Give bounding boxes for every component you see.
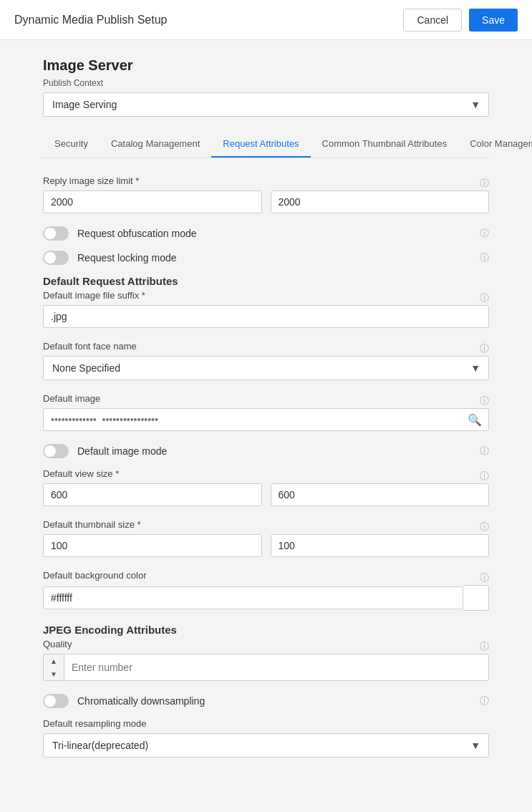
request-locking-toggle[interactable]: [43, 251, 69, 265]
default-view-size-input-2[interactable]: [271, 483, 490, 506]
request-locking-row: Request locking mode ⓘ: [43, 251, 489, 265]
request-locking-label: Request locking mode: [77, 252, 177, 264]
top-bar-actions: Cancel Save: [403, 9, 518, 32]
default-image-input[interactable]: [43, 408, 489, 431]
downsampling-info-icon: ⓘ: [480, 695, 489, 707]
default-image-suffix-label: Default image file suffix *: [43, 290, 145, 301]
default-request-attributes-title: Default Request Attributes: [43, 275, 489, 287]
quality-input-wrapper: ▲ ▼: [43, 654, 489, 681]
chromatically-downsampling-row: Chromatically downsampling ⓘ: [43, 694, 489, 708]
bg-color-input[interactable]: [43, 586, 463, 609]
default-view-size-label: Default view size *: [43, 468, 119, 479]
default-resampling-mode-label: Default resampling mode: [43, 718, 147, 729]
publish-context-label: Publish Context: [43, 78, 489, 88]
default-image-mode-toggle[interactable]: [43, 444, 69, 458]
bg-color-info-icon: ⓘ: [480, 571, 489, 584]
tab-security[interactable]: Security: [43, 131, 100, 158]
request-obfuscation-toggle[interactable]: [43, 226, 69, 241]
reply-size-input-2[interactable]: [271, 190, 490, 213]
default-image-mode-label: Default image mode: [77, 445, 167, 457]
default-image-input-wrapper: 🔍: [43, 408, 489, 431]
default-resampling-mode-select[interactable]: Tri-linear(deprecated) Bicubic Bilinear …: [43, 733, 489, 758]
default-thumbnail-size-input-2[interactable]: [271, 534, 490, 557]
chromatically-downsampling-toggle[interactable]: [43, 694, 69, 708]
tab-common-thumbnail[interactable]: Common Thumbnail Attributes: [311, 131, 459, 158]
quality-increment-button[interactable]: ▲: [44, 654, 64, 667]
tab-color-management[interactable]: Color Management Attributes: [458, 131, 532, 158]
suffix-info-icon: ⓘ: [480, 291, 489, 304]
section-title: Image Server: [43, 57, 489, 74]
image-search-icon[interactable]: 🔍: [468, 413, 482, 427]
save-button[interactable]: Save: [469, 9, 518, 32]
reply-size-info-icon: ⓘ: [480, 177, 489, 190]
quality-input[interactable]: [64, 654, 489, 681]
reply-image-size-label: Reply image size limit *: [43, 175, 139, 186]
reply-size-input-1[interactable]: [43, 190, 262, 213]
obfuscation-info-icon: ⓘ: [480, 227, 489, 240]
chromatically-downsampling-label: Chromatically downsampling: [77, 695, 205, 707]
request-obfuscation-row: Request obfuscation mode ⓘ: [43, 226, 489, 241]
locking-info-icon: ⓘ: [480, 251, 489, 264]
tabs-bar: Security Catalog Management Request Attr…: [43, 131, 489, 158]
cancel-button[interactable]: Cancel: [403, 9, 462, 32]
default-image-label: Default image: [43, 393, 100, 404]
default-image-field: Default image ⓘ 🔍: [43, 393, 489, 431]
thumbnail-size-info-icon: ⓘ: [480, 521, 489, 533]
tab-catalog-management[interactable]: Catalog Management: [100, 131, 211, 158]
jpeg-encoding-title: JPEG Encoding Attributes: [43, 624, 489, 636]
page-title: Dynamic Media Publish Setup: [14, 14, 167, 26]
quality-label: Quality: [43, 639, 72, 649]
quality-stepper[interactable]: ▲ ▼: [43, 654, 64, 681]
default-image-suffix-input[interactable]: [43, 305, 489, 328]
default-font-face-field: Default font face name ⓘ None Specified …: [43, 341, 489, 380]
view-size-info-icon: ⓘ: [480, 470, 489, 483]
default-thumbnail-size-input-1[interactable]: [43, 534, 262, 557]
default-image-mode-row: Default image mode ⓘ: [43, 444, 489, 458]
font-face-info-icon: ⓘ: [480, 342, 489, 355]
publish-context-select[interactable]: Image Serving Test Image Serving: [43, 92, 489, 117]
reply-image-size-limit-field: Reply image size limit * ⓘ: [43, 175, 489, 213]
bg-color-swatch[interactable]: [463, 585, 489, 611]
request-obfuscation-label: Request obfuscation mode: [77, 228, 197, 239]
default-image-info-icon: ⓘ: [480, 395, 489, 407]
default-view-size-input-1[interactable]: [43, 483, 262, 506]
page-content: Image Server Publish Context Image Servi…: [0, 40, 532, 788]
quality-field: Quality ⓘ ▲ ▼: [43, 639, 489, 681]
default-bg-color-field: Default background color ⓘ: [43, 570, 489, 611]
bg-color-row: [43, 585, 489, 611]
quality-info-icon: ⓘ: [480, 640, 489, 653]
default-bg-color-label: Default background color: [43, 570, 147, 581]
image-mode-info-icon: ⓘ: [480, 445, 489, 458]
default-image-suffix-field: Default image file suffix * ⓘ: [43, 290, 489, 328]
quality-decrement-button[interactable]: ▼: [44, 667, 64, 680]
top-bar: Dynamic Media Publish Setup Cancel Save: [0, 0, 532, 40]
default-font-face-select[interactable]: None Specified: [43, 356, 489, 380]
default-thumbnail-size-field: Default thumbnail size * ⓘ: [43, 519, 489, 557]
default-thumbnail-size-label: Default thumbnail size *: [43, 519, 141, 530]
default-view-size-field: Default view size * ⓘ: [43, 468, 489, 506]
default-font-face-label: Default font face name: [43, 341, 137, 352]
default-resampling-mode-field: Default resampling mode Tri-linear(depre…: [43, 718, 489, 758]
tab-request-attributes[interactable]: Request Attributes: [211, 131, 310, 158]
publish-context-wrapper: Image Serving Test Image Serving ▼: [43, 92, 489, 117]
